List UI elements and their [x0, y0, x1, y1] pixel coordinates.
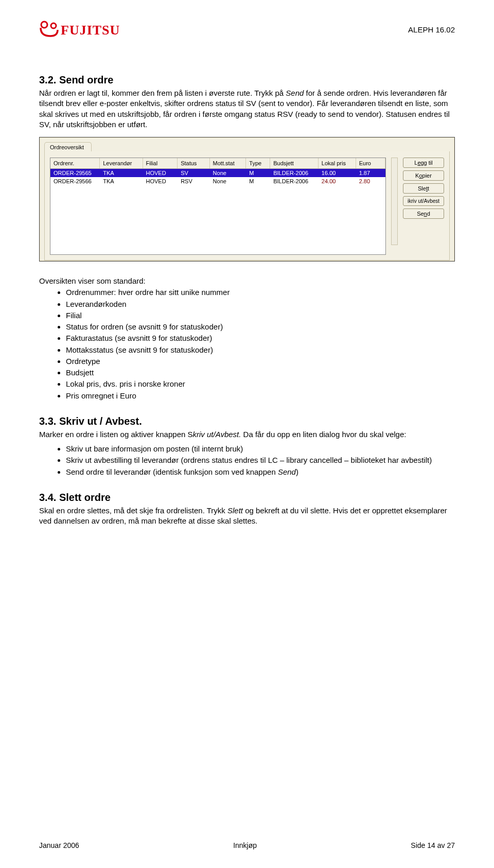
t: pier [422, 172, 432, 179]
page-footer: Januar 2006 Innkjøp Side 14 av 27 [39, 841, 455, 849]
text-italic: kriv ut/Avbest. [192, 430, 241, 439]
cell: RSV [178, 177, 209, 185]
cell: M [246, 169, 270, 178]
col-type: Type [246, 158, 270, 169]
list-item: Send ordre til leverandør (identisk funk… [66, 467, 455, 477]
svg-point-0 [41, 22, 47, 28]
cell: BILDER-2006 [270, 169, 319, 178]
table-row[interactable]: ORDER-29566 TKA HOVED RSV None M BILDER-… [50, 177, 385, 185]
list-item: Skriv ut avbestilling til leverandør (or… [66, 455, 455, 465]
add-button[interactable]: Legg til [403, 158, 444, 168]
text: Skal en ordre slettes, må det skje fra o… [39, 506, 227, 515]
grid-header-row: Ordrenr. Leverandør Filial Status Mott.s… [50, 158, 385, 169]
t: Se [417, 211, 424, 217]
footer-left: Januar 2006 [39, 841, 79, 849]
order-grid[interactable]: Ordrenr. Leverandør Filial Status Mott.s… [50, 158, 386, 255]
section-3-4-title: 3.4. Slett ordre [39, 492, 455, 504]
send-button[interactable]: Send [403, 209, 444, 219]
text-italic: Slett [227, 506, 243, 515]
col-status: Status [178, 158, 209, 169]
section-3-3-body: Marker en ordre i listen og aktiver knap… [39, 429, 455, 440]
list-item: Pris omregnet i Euro [66, 391, 455, 401]
list-item: Filial [66, 310, 455, 321]
text: ) [296, 467, 298, 476]
cell: 2.80 [356, 177, 385, 185]
copy-button[interactable]: Kopier [403, 170, 444, 181]
cell: HOVED [143, 177, 178, 185]
text-italic: Send [278, 467, 296, 476]
overview-intro: Oversikten viser som standard: [39, 276, 455, 286]
t: Sle [418, 185, 426, 192]
text: Marker en ordre i listen og aktiver knap… [39, 430, 192, 439]
tab-ordreoversikt[interactable]: Ordreoversikt [44, 142, 92, 151]
section-3-2-title: 3.2. Send ordre [39, 74, 455, 86]
text: Når ordren er lagt til, kommer den frem … [39, 89, 286, 97]
section-3-4-body: Skal en ordre slettes, må det skje fra o… [39, 506, 455, 527]
footer-center: Innkjøp [233, 841, 257, 849]
section-3-2-body: Når ordren er lagt til, kommer den frem … [39, 88, 455, 130]
text-italic: Send [286, 89, 304, 97]
t: t [428, 185, 429, 192]
list-item: Budsjett [66, 368, 455, 378]
cell: 1.87 [356, 169, 385, 178]
col-leverandor: Leverandør [100, 158, 143, 169]
fujitsu-logo-icon [39, 21, 59, 38]
header-version: ALEPH 16.02 [408, 25, 455, 34]
list-item: Skriv ut bare informasjon om posten (til… [66, 444, 455, 454]
cell: 24.00 [318, 177, 356, 185]
list-item: Ordretype [66, 356, 455, 367]
cell: SV [178, 169, 209, 178]
svg-point-1 [51, 23, 56, 28]
text: Da får du opp en liten dialog hvor du sk… [241, 430, 406, 439]
cell: TKA [100, 177, 143, 185]
col-euro: Euro [356, 158, 385, 169]
col-lokalpris: Lokal pris [318, 158, 356, 169]
col-budsjett: Budsjett [270, 158, 319, 169]
cell: HOVED [143, 169, 178, 178]
footer-right: Side 14 av 27 [411, 841, 455, 849]
cell: TKA [100, 169, 143, 178]
list-item: Status for ordren (se avsnitt 9 for stat… [66, 322, 455, 332]
list-item: Lokal pris, dvs. pris i norske kroner [66, 379, 455, 389]
delete-button[interactable]: Slett [403, 183, 444, 194]
list-item: Ordrenummer: hver ordre har sitt unike n… [66, 287, 455, 298]
page-header: FUJITSU ALEPH 16.02 [39, 21, 455, 38]
col-filial: Filial [143, 158, 178, 169]
grid-scrollbar[interactable] [391, 158, 398, 245]
print-cancel-button[interactable]: ikriv ut/Avbest [403, 196, 444, 206]
section-3-3-title: 3.3. Skriv ut / Avbest. [39, 415, 455, 427]
list-item: Leverandørkoden [66, 299, 455, 309]
cell: None [209, 177, 246, 185]
table-row[interactable]: ORDER-29565 TKA HOVED SV None M BILDER-2… [50, 169, 385, 178]
cell: None [209, 169, 246, 178]
section-3-3-list: Skriv ut bare informasjon om posten (til… [39, 444, 455, 477]
app-screenshot: Ordreoversikt Ordrenr. Leverandør Filial [39, 137, 455, 262]
list-item: Mottaksstatus (se avsnitt 9 for statusko… [66, 345, 455, 355]
col-mottstat: Mott.stat [209, 158, 246, 169]
cell: ORDER-29566 [50, 177, 100, 185]
logo-text: FUJITSU [61, 23, 120, 38]
t: gg til [421, 160, 433, 166]
overview-list: Ordrenummer: hver ordre har sitt unike n… [39, 287, 455, 401]
col-ordrenr: Ordrenr. [50, 158, 100, 169]
list-item: Fakturastatus (se avsnitt 9 for statusko… [66, 333, 455, 343]
cell: 16.00 [318, 169, 356, 178]
text: Send ordre til leverandør (identisk funk… [66, 467, 278, 476]
fujitsu-logo: FUJITSU [39, 21, 120, 38]
cell: ORDER-29565 [50, 169, 100, 178]
cell: BILDER-2006 [270, 177, 319, 185]
cell: M [246, 177, 270, 185]
t: d [427, 211, 430, 217]
